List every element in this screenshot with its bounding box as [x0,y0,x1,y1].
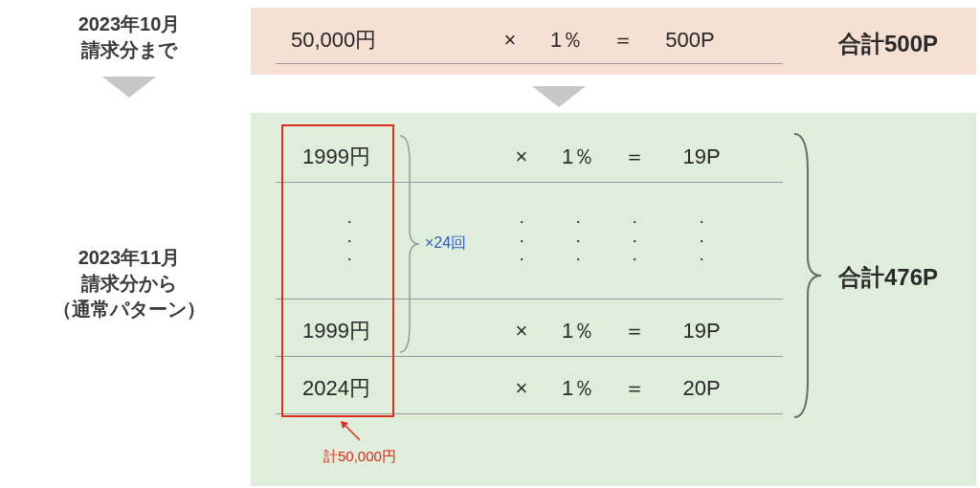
before-total: 合計500P [838,29,938,59]
equals-symbol: ＝ [611,143,658,171]
equals-symbol: ＝ [599,26,647,55]
down-arrow-icon [532,86,586,107]
points-value: 19P [658,144,745,169]
rate-value: 1％ [534,26,599,55]
amount-highlight-box [281,124,394,417]
amount-value: 50,000円 [276,26,400,55]
multiply-symbol: × [486,28,534,53]
period-label-after: 2023年11月請求分から（通常パターン） [19,245,239,322]
down-arrow-icon [102,77,156,98]
equals-symbol: ＝ [611,317,658,345]
dots: ・・・ [611,213,658,270]
rate-value: 1％ [546,143,611,171]
points-value: 500P [647,28,733,53]
multiply-symbol: × [498,376,546,401]
arrow-icon [339,419,368,448]
multiply-symbol: × [498,144,546,169]
dots: ・・・ [658,213,745,270]
after-total: 合計476P [838,262,938,293]
rate-value: 1％ [546,374,611,403]
points-value: 20P [658,376,745,401]
dots: ・・・ [546,213,611,270]
brace-icon [789,132,827,419]
brace-icon [394,134,423,354]
rate-value: 1％ [546,317,611,345]
multiply-symbol: × [498,319,546,344]
before-calc-row: 50,000円 × 1％ ＝ 500P [276,17,733,63]
points-value: 19P [658,319,745,344]
equals-symbol: ＝ [611,374,658,403]
dots: ・・・ [498,213,546,270]
amount-sum-note: 計50,000円 [323,448,396,466]
row-divider [276,63,783,64]
repeat-count-note: ×24回 [425,233,466,254]
period-label-before: 2023年10月請求分まで [29,11,230,63]
